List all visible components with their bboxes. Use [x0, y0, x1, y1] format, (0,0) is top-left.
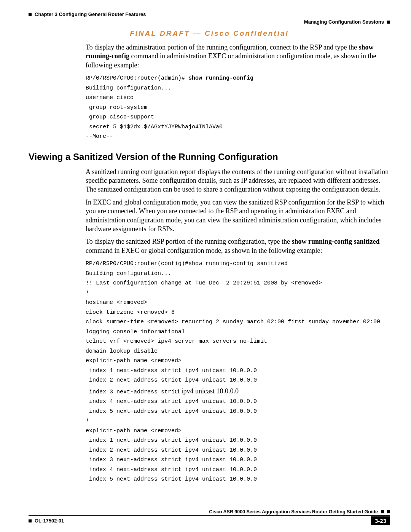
intro-paragraph: To display the administration portion of… [86, 43, 390, 70]
running-header: Chapter 3 Configuring General Router Fea… [29, 11, 390, 17]
text: command in administration EXEC or admini… [86, 52, 376, 69]
header-right: Managing Configuration Sessions [304, 19, 390, 25]
header-right-row: Managing Configuration Sessions [29, 18, 390, 25]
prompt: RP/0/RSP0/CPU0:router(admin)# [86, 75, 188, 81]
header-left: Chapter 3 Configuring General Router Fea… [29, 11, 146, 17]
page-number: 3-23 [371, 516, 390, 525]
text: command in EXEC or global configuration … [86, 247, 322, 254]
text: To display the administration portion of… [86, 43, 358, 51]
doc-number: OL-17502-01 [35, 518, 64, 524]
square-icon [29, 519, 32, 522]
footer-title: Cisco ASR 9000 Series Aggregation Servic… [209, 509, 378, 514]
page: Chapter 3 Configuring General Router Fea… [0, 0, 411, 532]
sanitized-block: A sanitized running configuration report… [86, 168, 390, 484]
chapter-label: Chapter 3 Configuring General Router Fea… [35, 11, 146, 17]
sanitized-p2: In EXEC and global configuration mode, y… [86, 198, 390, 234]
sanitized-p1: A sanitized running configuration report… [86, 168, 390, 194]
code-part-a: RP/0/RSP0/CPU0:router(config)#show runni… [86, 260, 380, 395]
confidential-watermark: FINAL DRAFT — Cisco Confidential [29, 29, 390, 38]
square-icon [387, 510, 390, 513]
page-footer: Cisco ASR 9000 Series Aggregation Servic… [29, 509, 390, 525]
footer-title-row: Cisco ASR 9000 Series Aggregation Servic… [29, 509, 390, 514]
square-icon [29, 13, 32, 16]
footer-rule [29, 515, 390, 516]
code-part-b: index 4 next-address strict ipv4 unicast… [86, 398, 257, 482]
footer-bottom: OL-17502-01 3-23 [29, 516, 390, 525]
command: show running-config [188, 75, 253, 81]
code-block-2: RP/0/RSP0/CPU0:router(config)#show runni… [86, 259, 390, 484]
sanitized-p3: To display the sanitized RSP portion of … [86, 237, 390, 255]
code-odd-span: ct ipv4 unicast 10.0.0.0 [175, 387, 239, 395]
command-bold: show running-config sanitized [292, 238, 380, 245]
code-block-1: RP/0/RSP0/CPU0:router(admin)# show runni… [86, 73, 390, 142]
footer-left: OL-17502-01 [29, 518, 64, 524]
section-heading: Viewing a Sanitized Version of the Runni… [29, 152, 390, 162]
code-body: Building configuration... username cisco… [86, 85, 223, 140]
text: To display the sanitized RSP portion of … [86, 238, 292, 245]
square-icon [381, 510, 384, 513]
intro-block: To display the administration portion of… [86, 43, 390, 142]
section-label: Managing Configuration Sessions [304, 19, 384, 25]
square-icon [387, 21, 390, 24]
